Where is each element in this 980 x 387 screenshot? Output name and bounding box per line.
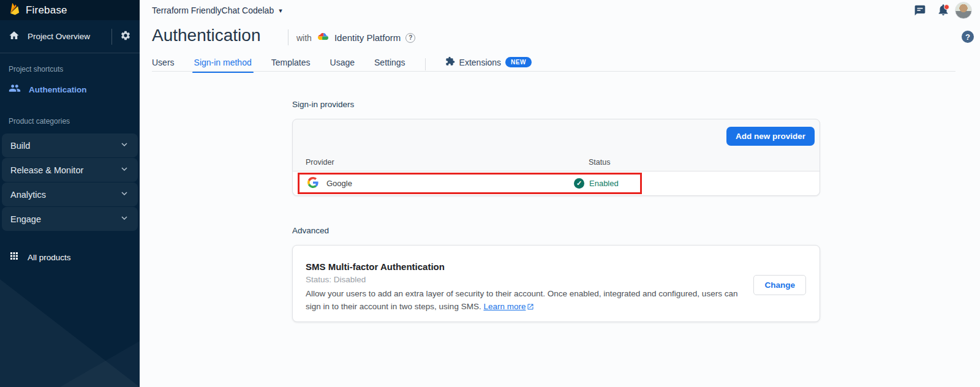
category-label: Build — [10, 141, 30, 151]
caret-down-icon: ▾ — [279, 7, 282, 15]
column-provider: Provider — [306, 158, 334, 167]
providers-section-title: Sign-in providers — [292, 100, 354, 109]
brand-name: Firebase — [26, 4, 67, 17]
page-title: Authentication — [152, 26, 260, 45]
chevron-down-icon — [119, 189, 129, 201]
status-badge: Enabled — [589, 179, 619, 188]
providers-table-header: Provider Status — [293, 153, 820, 171]
category-accordion: Build Release & Monitor Analytics Engage — [2, 133, 138, 231]
tab-usage[interactable]: Usage — [330, 58, 355, 71]
sms-mfa-status: Status: Disabled — [306, 275, 366, 284]
identity-platform-label: Identity Platform — [334, 32, 401, 43]
divider — [288, 29, 288, 45]
tab-extensions-label: Extensions — [459, 58, 501, 67]
firebase-brand[interactable]: Firebase — [0, 0, 140, 20]
google-logo-icon — [307, 177, 318, 190]
chevron-down-icon — [119, 213, 129, 225]
notifications-bell-icon[interactable] — [937, 3, 950, 17]
learn-more-label: Learn more — [483, 302, 526, 311]
check-circle-icon: ✓ — [574, 178, 584, 189]
sms-mfa-description: Allow your users to add an extra layer o… — [306, 287, 748, 314]
add-new-provider-button[interactable]: Add new provider — [726, 127, 815, 146]
apps-grid-icon — [9, 250, 20, 264]
help-outline-icon[interactable]: ? — [405, 33, 415, 43]
sidebar-item-all-products[interactable]: All products — [0, 244, 140, 270]
sidebar-item-build[interactable]: Build — [2, 133, 138, 157]
authentication-link-label: Authentication — [29, 85, 87, 94]
learn-more-link[interactable]: Learn more — [483, 302, 534, 311]
category-label: Release & Monitor — [10, 165, 83, 175]
tab-templates[interactable]: Templates — [271, 58, 311, 71]
all-products-label: All products — [28, 253, 71, 262]
divider — [111, 29, 112, 45]
sidebar-item-authentication[interactable]: Authentication — [0, 73, 140, 105]
project-name: Terraform FriendlyChat Codelab — [152, 6, 274, 15]
with-label: with — [296, 33, 312, 43]
extension-puzzle-icon — [445, 56, 455, 69]
tab-settings[interactable]: Settings — [374, 58, 405, 71]
advanced-section-title: Advanced — [292, 226, 329, 235]
project-shortcuts-label: Project shortcuts — [9, 65, 131, 73]
new-badge: NEW — [505, 57, 532, 67]
provider-cell: Google — [293, 177, 574, 190]
sidebar-item-analytics[interactable]: Analytics — [2, 182, 138, 206]
provider-name: Google — [326, 179, 352, 188]
firebase-flame-icon — [9, 2, 20, 18]
firebase-console: Firebase Project Overview Project shortc… — [0, 0, 980, 387]
tab-users[interactable]: Users — [152, 58, 175, 71]
sms-mfa-title: SMS Multi-factor Authentication — [306, 261, 445, 272]
chevron-down-icon — [119, 164, 129, 176]
table-row-google[interactable]: Google ✓ Enabled — [293, 171, 820, 195]
divider — [425, 58, 426, 70]
gear-icon[interactable] — [120, 30, 131, 43]
notification-dot — [944, 4, 949, 10]
release-notes-icon[interactable] — [914, 4, 926, 17]
google-cloud-icon — [317, 31, 330, 44]
product-categories-label: Product categories — [9, 117, 131, 126]
sidebar-item-project-overview[interactable]: Project Overview — [0, 20, 140, 53]
sidebar: Firebase Project Overview Project shortc… — [0, 0, 140, 387]
project-overview-label: Project Overview — [28, 32, 104, 41]
project-selector[interactable]: Terraform FriendlyChat Codelab ▾ — [152, 6, 282, 15]
tab-bar: Users Sign-in method Templates Usage Set… — [152, 56, 532, 72]
external-link-icon — [527, 301, 534, 314]
category-label: Engage — [10, 214, 41, 224]
status-cell: ✓ Enabled — [574, 178, 619, 189]
change-button[interactable]: Change — [753, 275, 806, 295]
sidebar-item-release-monitor[interactable]: Release & Monitor — [2, 158, 138, 182]
avatar[interactable] — [955, 2, 972, 19]
tab-extensions[interactable]: Extensions NEW — [445, 56, 532, 72]
tab-sign-in-method[interactable]: Sign-in method — [194, 58, 252, 71]
chevron-down-icon — [119, 140, 129, 152]
tab-bottom-border — [152, 71, 956, 72]
help-icon[interactable]: ? — [962, 31, 974, 43]
sidebar-item-engage[interactable]: Engage — [2, 207, 138, 231]
people-icon — [9, 82, 21, 97]
providers-card: Add new provider Provider Status Google … — [292, 119, 820, 196]
column-status: Status — [589, 158, 610, 167]
category-label: Analytics — [10, 190, 46, 200]
home-icon — [9, 30, 20, 43]
identity-platform-group: with Identity Platform ? — [296, 31, 415, 44]
sms-mfa-card: SMS Multi-factor Authentication Status: … — [292, 245, 820, 322]
